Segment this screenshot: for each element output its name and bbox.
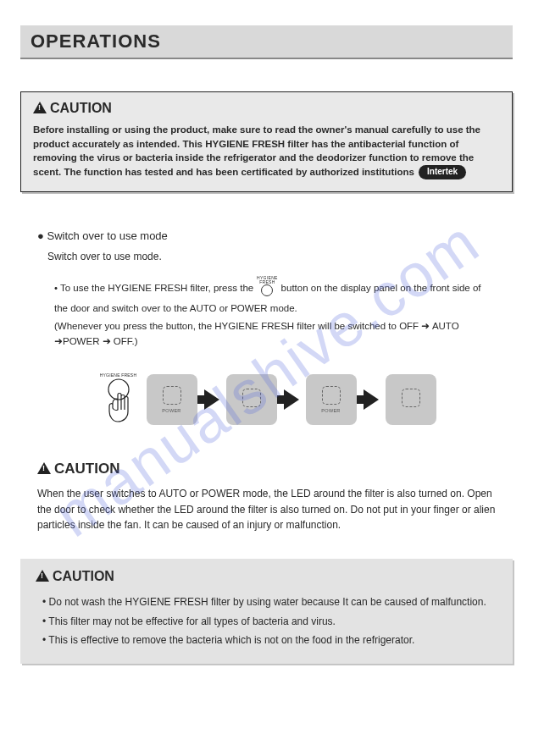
mode-panel-4 xyxy=(386,374,436,425)
arrow-right-icon xyxy=(204,389,219,410)
hf-diagram-label: HYGIENE FRESH xyxy=(97,373,140,378)
hf-mini-label: HYGIENE FRESH xyxy=(256,276,278,284)
list-item: Do not wash the HYGIENE FRESH filter by … xyxy=(42,593,497,612)
caution-box-intro: CAUTION Before installing or using the p… xyxy=(20,91,513,192)
sub-text: Switch over to use mode. xyxy=(37,251,496,262)
caution-heading-1: CAUTION xyxy=(33,101,500,116)
bullet-heading: Switch over to use mode xyxy=(37,229,496,242)
arrow-right-icon xyxy=(284,389,299,410)
caution-label-2: CAUTION xyxy=(54,461,119,477)
mode-cycle-note: (Whenever you press the button, the HYGI… xyxy=(37,319,496,350)
warning-icon xyxy=(37,462,51,474)
arrow-right-icon xyxy=(364,389,379,410)
panel-icon xyxy=(163,386,181,405)
caution-body-2: When the user switches to AUTO or POWER … xyxy=(20,486,513,533)
page-title: OPERATIONS xyxy=(31,30,502,52)
page-title-bar: OPERATIONS xyxy=(20,25,513,59)
panel-icon xyxy=(242,389,261,407)
caution-label-3: CAUTION xyxy=(53,569,114,583)
hygiene-fresh-button-icon: HYGIENE FRESH xyxy=(256,276,278,301)
caution-label-1: CAUTION xyxy=(50,101,112,115)
caution-heading-3: CAUTION xyxy=(36,569,497,584)
caution-list: Do not wash the HYGIENE FRESH filter by … xyxy=(36,593,497,650)
panel-label-3: POWER xyxy=(321,408,340,413)
mode-panel-3: POWER xyxy=(306,374,357,425)
panel-icon xyxy=(402,389,420,407)
caution-heading-2: CAUTION xyxy=(37,461,513,477)
mode-panel-2 xyxy=(226,374,277,425)
mode-panel-1: POWER xyxy=(147,374,197,425)
instruction-line: To use the HYGIENE FRESH filter, press t… xyxy=(37,276,496,317)
list-item: This filter may not be effective for all… xyxy=(42,612,497,632)
caution-body-text-1: Before installing or using the product, … xyxy=(33,124,480,177)
mode-diagram: HYGIENE FRESH POWER POWER xyxy=(20,373,513,427)
warning-icon xyxy=(33,102,47,113)
panel-icon xyxy=(322,386,341,405)
caution-box-final: CAUTION Do not wash the HYGIENE FRESH fi… xyxy=(20,559,513,664)
intertek-badge: Intertek xyxy=(419,165,466,179)
caution-body-1: Before installing or using the product, … xyxy=(33,123,500,179)
warning-icon xyxy=(36,570,49,582)
list-item: This is effective to remove the bacteria… xyxy=(42,631,497,650)
mode-section: Switch over to use mode Switch over to u… xyxy=(20,229,513,350)
hand-press-icon: HYGIENE FRESH xyxy=(97,373,140,427)
panel-label-1: POWER xyxy=(162,408,180,413)
instr-before: To use the HYGIENE FRESH filter, press t… xyxy=(54,283,253,293)
circle-icon xyxy=(261,284,273,296)
